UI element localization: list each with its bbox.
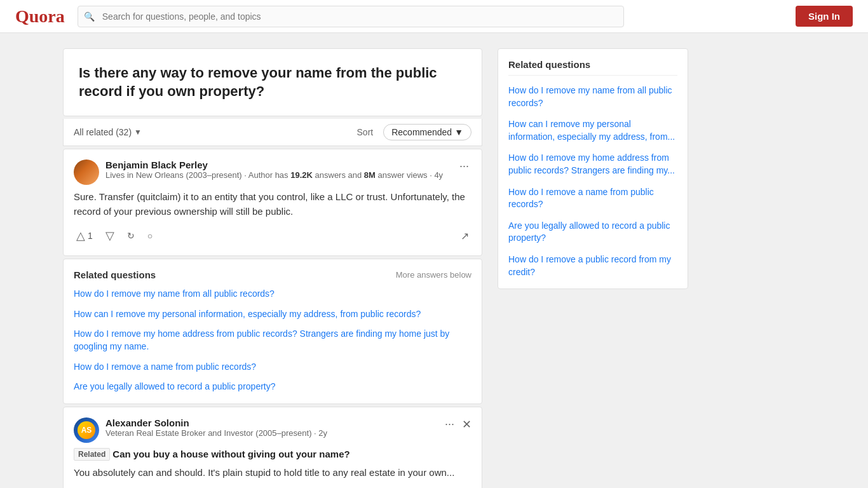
sidebar-links: How do I remove my name from all public … <box>508 85 677 278</box>
author-meta-text: Lives in New Orleans (2003–present) · Au… <box>105 170 290 180</box>
author-info-1: Benjamin Black Perley Lives in New Orlea… <box>74 159 443 185</box>
author-details-1: Benjamin Black Perley Lives in New Orlea… <box>105 159 443 180</box>
right-sidebar: Related questions How do I remove my nam… <box>498 48 688 488</box>
close-button-2[interactable]: ✕ <box>462 417 471 431</box>
main-layout: Is there any way to remove your name fro… <box>53 33 815 488</box>
answer-text-1: Sure. Transfer (quitclaim) it to an enti… <box>74 190 471 219</box>
sidebar-link-5[interactable]: Are you legally allowed to record a publ… <box>508 220 677 245</box>
related-tag: Related <box>74 448 110 461</box>
author-info-2: AS Alexander Solonin Veteran Real Estate… <box>74 417 327 443</box>
reshare-button-1[interactable]: ↻ <box>125 228 137 243</box>
answer-header-2: AS Alexander Solonin Veteran Real Estate… <box>74 417 471 443</box>
sidebar-card: Related questions How do I remove my nam… <box>498 48 688 289</box>
more-options-button-1[interactable]: ··· <box>457 159 471 173</box>
answer-actions-1: △ 1 ▽ ↻ ○ ↗ <box>74 226 471 245</box>
related-question-link[interactable]: Can you buy a house without giving out y… <box>112 449 349 459</box>
sidebar-link-4[interactable]: How do I remove a name from public recor… <box>508 186 677 211</box>
sort-bar-left: All related (32) ▼ <box>74 127 142 137</box>
sort-bar-right: Sort Recommended ▼ <box>357 124 471 140</box>
sign-in-button[interactable]: Sign In <box>796 6 853 27</box>
sidebar-link-2[interactable]: How can I remove my personal information… <box>508 118 677 143</box>
related-questions-inline: Related questions More answers below How… <box>63 259 482 404</box>
question-card: Is there any way to remove your name fro… <box>63 48 482 116</box>
sort-value: Recommended <box>391 127 452 137</box>
quora-logo[interactable]: Quora <box>15 6 65 27</box>
related-link-3[interactable]: How do I remove my home address from pub… <box>74 328 471 353</box>
search-bar: 🔍 <box>78 6 624 27</box>
sort-label: Sort <box>357 127 374 137</box>
author-name-1[interactable]: Benjamin Black Perley <box>105 159 443 170</box>
related-box-header: Related questions More answers below <box>74 269 471 280</box>
answer-header-1: Benjamin Black Perley Lives in New Orlea… <box>74 159 471 185</box>
answers-label: answers and <box>313 170 364 180</box>
author-name-2[interactable]: Alexander Solonin <box>105 417 327 428</box>
related-links-inline: How do I remove my name from all public … <box>74 288 471 393</box>
left-column: Is there any way to remove your name fro… <box>63 48 482 488</box>
question-title: Is there any way to remove your name fro… <box>79 64 466 100</box>
related-link-4[interactable]: How do I remove a name from public recor… <box>74 361 471 374</box>
avatar-2: AS <box>74 417 99 443</box>
sidebar-title: Related questions <box>508 59 677 76</box>
related-link-2[interactable]: How can I remove my personal information… <box>74 308 471 321</box>
author-meta-2: Veteran Real Estate Broker and Investor … <box>105 428 327 438</box>
author-details-2: Alexander Solonin Veteran Real Estate Br… <box>105 417 327 438</box>
search-icon: 🔍 <box>84 11 95 22</box>
answer-card-2: AS Alexander Solonin Veteran Real Estate… <box>63 407 482 488</box>
answers-count: 19.2K <box>290 170 313 180</box>
related-box-title: Related questions <box>74 269 156 280</box>
sidebar-link-1[interactable]: How do I remove my name from all public … <box>508 85 677 109</box>
header-right-2: ··· ✕ <box>442 417 471 431</box>
search-input[interactable] <box>78 6 624 27</box>
downvote-button-1[interactable]: ▽ <box>103 226 117 245</box>
more-answers-label: More answers below <box>396 270 471 280</box>
share-button-1[interactable]: ↗ <box>458 227 471 245</box>
answer-text-2: You absolutely can and should. It's plai… <box>74 466 471 480</box>
related-link-5[interactable]: Are you legally allowed to record a publ… <box>74 381 471 393</box>
chevron-down-icon: ▼ <box>454 127 463 137</box>
sort-bar: All related (32) ▼ Sort Recommended ▼ <box>63 119 482 146</box>
sort-dropdown-button[interactable]: Recommended ▼ <box>383 124 471 140</box>
answer2-question-row: Related Can you buy a house without givi… <box>74 448 471 461</box>
reshare-icon: ↻ <box>127 231 135 241</box>
comment-icon: ○ <box>147 231 153 241</box>
sidebar-link-6[interactable]: How do I remove a public record from my … <box>508 254 677 278</box>
downvote-icon: ▽ <box>105 229 114 243</box>
avatar-1 <box>74 159 99 185</box>
more-options-button-2[interactable]: ··· <box>442 417 457 431</box>
avatar-inner-2: AS <box>78 421 95 439</box>
comment-button-1[interactable]: ○ <box>145 228 155 243</box>
all-related-label: All related (32) <box>74 127 132 137</box>
upvote-icon: △ <box>76 229 85 243</box>
views-count: 8M <box>364 170 376 180</box>
answer-card-1: Benjamin Black Perley Lives in New Orlea… <box>63 149 482 256</box>
sidebar-link-3[interactable]: How do I remove my home address from pub… <box>508 152 677 177</box>
views-label: answer views · 4y <box>376 170 443 180</box>
author-meta-1: Lives in New Orleans (2003–present) · Au… <box>105 170 443 180</box>
header: Quora 🔍 Sign In <box>0 0 868 33</box>
chevron-down-icon: ▼ <box>134 128 142 137</box>
related-link-1[interactable]: How do I remove my name from all public … <box>74 288 471 301</box>
all-related-filter[interactable]: All related (32) ▼ <box>74 127 142 137</box>
upvote-count-1: 1 <box>88 231 93 241</box>
share-arrow-icon: ↗ <box>461 230 469 242</box>
upvote-button-1[interactable]: △ 1 <box>74 226 95 245</box>
